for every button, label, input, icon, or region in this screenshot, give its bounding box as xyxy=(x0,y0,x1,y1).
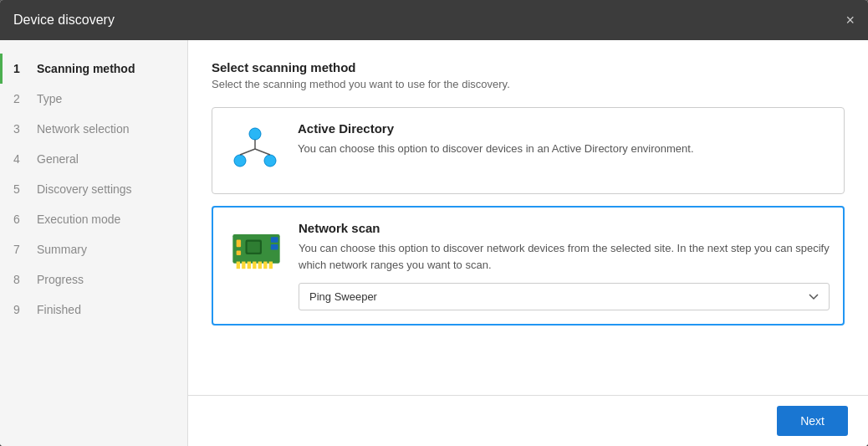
svg-rect-17 xyxy=(270,244,278,250)
svg-rect-19 xyxy=(236,251,240,255)
network-scan-title: Network scan xyxy=(299,221,830,235)
step-number: 2 xyxy=(13,92,30,105)
main-content: Select scanning method Select the scanni… xyxy=(188,40,868,395)
ping-sweeper-select[interactable]: Ping SweeperSNMPWMI xyxy=(299,283,830,310)
step-label: General xyxy=(37,152,79,166)
network-scan-card[interactable]: Network scan You can choose this option … xyxy=(212,206,845,326)
step-number: 5 xyxy=(13,182,30,196)
close-button[interactable]: × xyxy=(845,13,855,28)
active-directory-icon xyxy=(226,121,284,180)
svg-rect-10 xyxy=(253,262,256,269)
sidebar-item-network-selection[interactable]: 3 Network selection xyxy=(0,114,187,144)
svg-point-0 xyxy=(249,128,261,140)
active-directory-card[interactable]: Active Directory You can choose this opt… xyxy=(212,107,845,194)
step-number: 3 xyxy=(13,122,30,136)
active-directory-description: You can choose this option to discover d… xyxy=(298,141,830,157)
svg-point-2 xyxy=(264,155,276,167)
sidebar: 1 Scanning method 2 Type 3 Network selec… xyxy=(0,40,188,446)
svg-rect-11 xyxy=(258,262,261,269)
page-subtitle: Select the scanning method you want to u… xyxy=(212,78,845,90)
step-label: Scanning method xyxy=(37,62,135,75)
step-label: Execution mode xyxy=(37,213,120,226)
modal-title: Device discovery xyxy=(13,13,115,28)
page-title: Select scanning method xyxy=(212,60,845,74)
svg-rect-9 xyxy=(247,262,250,269)
modal-header: Device discovery × xyxy=(0,0,868,40)
step-label: Progress xyxy=(37,273,84,286)
step-number: 1 xyxy=(13,62,30,75)
modal-footer: Next xyxy=(188,395,868,446)
sidebar-item-finished[interactable]: 9 Finished xyxy=(0,295,187,325)
step-label: Type xyxy=(37,92,62,105)
svg-line-4 xyxy=(240,149,255,155)
sidebar-item-execution-mode[interactable]: 6 Execution mode xyxy=(0,204,187,234)
sidebar-item-progress[interactable]: 8 Progress xyxy=(0,264,187,295)
active-directory-title: Active Directory xyxy=(298,121,830,136)
device-discovery-modal: Device discovery × 1 Scanning method 2 T… xyxy=(0,0,868,446)
svg-rect-16 xyxy=(270,237,278,243)
step-number: 9 xyxy=(13,303,30,316)
svg-rect-12 xyxy=(263,262,267,269)
svg-rect-8 xyxy=(242,262,245,269)
network-scan-body: Network scan You can choose this option … xyxy=(299,221,830,310)
step-number: 8 xyxy=(13,273,30,286)
step-number: 6 xyxy=(13,213,30,226)
step-label: Summary xyxy=(37,243,87,256)
network-scan-icon xyxy=(227,221,285,279)
step-label: Discovery settings xyxy=(37,182,132,196)
sidebar-item-discovery-settings[interactable]: 5 Discovery settings xyxy=(0,174,187,204)
active-directory-body: Active Directory You can choose this opt… xyxy=(298,121,830,167)
svg-line-5 xyxy=(255,149,270,155)
step-number: 4 xyxy=(13,152,30,166)
sidebar-item-summary[interactable]: 7 Summary xyxy=(0,234,187,264)
main-panel: Select scanning method Select the scanni… xyxy=(188,40,868,446)
svg-rect-13 xyxy=(268,262,272,269)
svg-rect-15 xyxy=(247,242,259,253)
modal-body: 1 Scanning method 2 Type 3 Network selec… xyxy=(0,40,868,446)
network-scan-description: You can choose this option to discover n… xyxy=(299,240,830,273)
svg-rect-7 xyxy=(236,262,239,269)
svg-point-1 xyxy=(234,155,246,167)
step-number: 7 xyxy=(13,243,30,256)
step-label: Network selection xyxy=(37,122,130,136)
next-button[interactable]: Next xyxy=(777,406,848,436)
step-label: Finished xyxy=(37,303,81,316)
sidebar-item-general[interactable]: 4 General xyxy=(0,144,187,174)
sidebar-item-scanning-method[interactable]: 1 Scanning method xyxy=(0,54,187,84)
svg-rect-18 xyxy=(236,240,240,248)
sidebar-item-type[interactable]: 2 Type xyxy=(0,84,187,114)
